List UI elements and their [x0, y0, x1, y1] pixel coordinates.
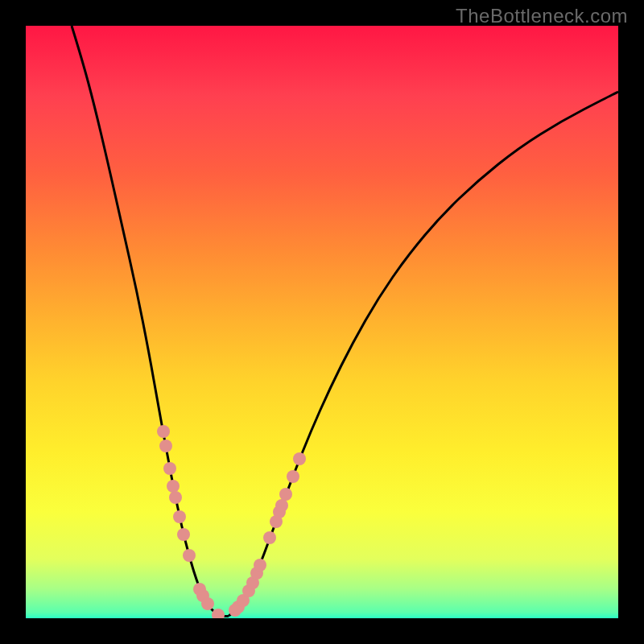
data-marker [275, 499, 288, 512]
curve-left-branch [72, 26, 219, 616]
data-marker [263, 531, 276, 544]
data-marker [167, 480, 180, 493]
data-marker [163, 462, 176, 475]
data-marker [159, 440, 172, 452]
data-marker [173, 510, 186, 523]
curve-right-branch [229, 92, 618, 616]
data-marker [201, 597, 214, 610]
data-marker [169, 491, 182, 504]
chart-plot-area [26, 26, 618, 618]
data-markers-group [157, 425, 306, 618]
chart-svg [26, 26, 618, 618]
data-marker [254, 559, 266, 572]
data-marker [183, 549, 196, 562]
data-marker [177, 528, 190, 541]
data-marker [157, 425, 170, 438]
watermark-text: TheBottleneck.com [456, 5, 628, 27]
data-marker [293, 452, 306, 465]
data-marker [287, 470, 299, 483]
data-marker [279, 488, 292, 501]
